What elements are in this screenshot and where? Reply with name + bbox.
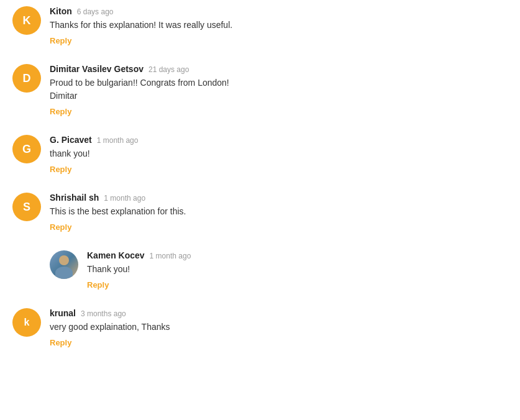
- reply-button[interactable]: Reply: [50, 36, 71, 45]
- comment-time: 1 month ago: [104, 194, 145, 203]
- comment-author: Shrishail sh: [50, 193, 99, 203]
- comment-author: krunal: [50, 308, 76, 318]
- comment-time: 1 month ago: [97, 136, 139, 145]
- comment-time: 6 days ago: [77, 7, 114, 16]
- comment-author: Kiton: [50, 6, 72, 16]
- avatar: S: [12, 193, 41, 221]
- comment-time: 3 months ago: [81, 309, 126, 318]
- nested-comment-container: Kamen Kocev 1 month ago Thank you! Reply: [50, 250, 508, 290]
- comment-header: Shrishail sh 1 month ago: [50, 193, 508, 203]
- comment-item: Kamen Kocev 1 month ago Thank you! Reply: [50, 250, 508, 290]
- avatar: k: [12, 308, 41, 337]
- comment-body: Shrishail sh 1 month ago This is the bes…: [50, 193, 508, 232]
- comment-item: K Kiton 6 days ago Thanks for this expla…: [12, 6, 508, 45]
- comment-item: G G. Picavet 1 month ago thank you! Repl…: [12, 135, 508, 174]
- avatar: K: [12, 6, 41, 35]
- reply-button[interactable]: Reply: [50, 222, 71, 232]
- reply-button[interactable]: Reply: [50, 165, 71, 174]
- comment-header: Kiton 6 days ago: [50, 6, 508, 16]
- comment-item: S Shrishail sh 1 month ago This is the b…: [12, 193, 508, 232]
- comment-text: Proud to be bulgarian!! Congrats from Lo…: [50, 76, 508, 103]
- avatar: D: [12, 64, 41, 93]
- comment-item: D Dimitar Vasilev Getsov 21 days ago Pro…: [12, 64, 508, 116]
- avatar: [50, 250, 78, 279]
- comment-item: k krunal 3 months ago very good explaina…: [12, 308, 508, 347]
- comment-body: krunal 3 months ago very good explainati…: [50, 308, 508, 347]
- comment-text: thank you!: [50, 147, 508, 160]
- comment-time: 21 days ago: [148, 65, 189, 74]
- comment-header: G. Picavet 1 month ago: [50, 135, 508, 145]
- comment-body: Dimitar Vasilev Getsov 21 days ago Proud…: [50, 64, 508, 116]
- comment-author: Dimitar Vasilev Getsov: [50, 64, 144, 74]
- reply-button[interactable]: Reply: [50, 338, 71, 347]
- comment-body: Kamen Kocev 1 month ago Thank you! Reply: [87, 250, 508, 290]
- comment-body: Kiton 6 days ago Thanks for this explana…: [50, 6, 508, 45]
- comment-body: G. Picavet 1 month ago thank you! Reply: [50, 135, 508, 174]
- comment-text: Thanks for this explanation! It was real…: [50, 19, 508, 32]
- comment-header: Kamen Kocev 1 month ago: [87, 250, 508, 260]
- reply-button[interactable]: Reply: [87, 280, 109, 290]
- comment-text: This is the best explanation for this.: [50, 205, 508, 218]
- comment-header: krunal 3 months ago: [50, 308, 508, 318]
- comment-header: Dimitar Vasilev Getsov 21 days ago: [50, 64, 508, 74]
- reply-button[interactable]: Reply: [50, 107, 71, 116]
- comment-time: 1 month ago: [150, 252, 191, 260]
- avatar: G: [12, 135, 41, 163]
- comment-author: G. Picavet: [50, 135, 92, 145]
- comment-text: Thank you!: [87, 263, 508, 276]
- comment-text: very good explaination, Thanks: [50, 321, 508, 334]
- comment-author: Kamen Kocev: [87, 250, 145, 260]
- comment-list: K Kiton 6 days ago Thanks for this expla…: [12, 6, 508, 347]
